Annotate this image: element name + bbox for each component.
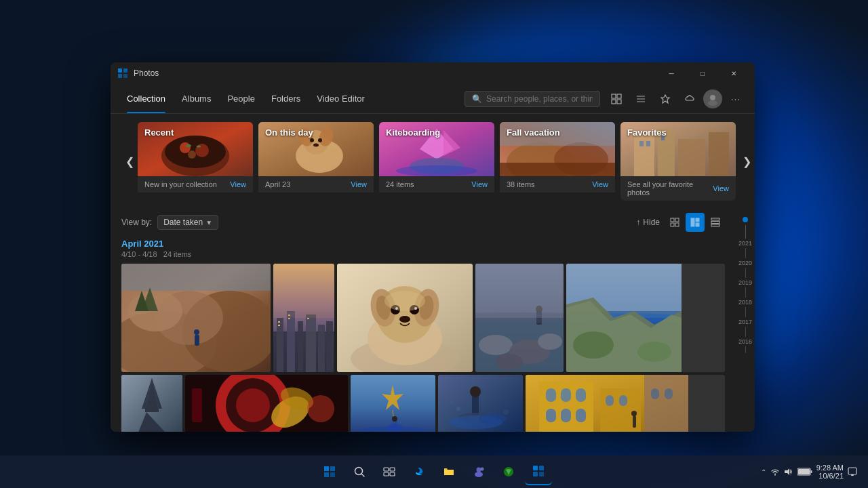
photo-grid-main: View by: Date taken ▼ ↑ Hide (111, 209, 736, 432)
svg-rect-54 (711, 218, 719, 220)
taskbar-teams-button[interactable] (465, 458, 492, 485)
svg-rect-177 (539, 466, 544, 470)
featured-card-fallvacation[interactable]: Fall vacation 38 items View (500, 122, 615, 201)
timeline-year-2021[interactable]: 2021 (738, 240, 752, 247)
import-button[interactable] (606, 88, 627, 110)
list-view-button[interactable] (630, 88, 652, 110)
svg-rect-72 (306, 314, 316, 372)
featured-card-favorites[interactable]: Favorites See all your favorite photos V… (620, 122, 736, 201)
taskbar-xbox-button[interactable] (495, 458, 522, 485)
photo-yellow-building[interactable] (526, 375, 725, 432)
taskbar-photos-button[interactable] (525, 458, 552, 485)
timeline-year-2020[interactable]: 2020 (738, 260, 752, 266)
hide-button[interactable]: ↑ Hide (636, 218, 660, 227)
svg-rect-0 (118, 68, 122, 73)
photo-city-panorama[interactable] (273, 264, 334, 372)
svg-rect-37 (500, 163, 615, 176)
photo-eiffel-tower[interactable] (121, 375, 182, 432)
svg-rect-168 (384, 468, 389, 471)
svg-rect-149 (546, 388, 556, 402)
svg-point-112 (573, 331, 614, 359)
svg-point-100 (496, 354, 523, 370)
recent-view-link[interactable]: View (230, 180, 246, 188)
svg-rect-7 (617, 100, 621, 104)
taskbar: ⌃ 9:28 AM 10/6/21 (0, 455, 868, 488)
maximize-button[interactable]: □ (687, 62, 718, 84)
svg-point-18 (188, 150, 196, 159)
svg-point-97 (479, 335, 513, 355)
taskbar-taskview-button[interactable] (376, 458, 403, 485)
close-button[interactable]: ✕ (718, 62, 749, 84)
view-large-grid-button[interactable] (706, 213, 725, 232)
featured-next-button[interactable]: ❯ (738, 122, 755, 201)
more-options-button[interactable]: ··· (725, 88, 747, 110)
minimize-button[interactable]: ─ (656, 62, 687, 84)
taskbar-chevron-icon[interactable]: ⌃ (761, 468, 766, 476)
svg-rect-51 (691, 218, 694, 226)
fallvacation-view-link[interactable]: View (592, 180, 608, 188)
kiteboarding-card-bottom: 24 items View (379, 176, 494, 192)
photo-coastal-cliffs[interactable] (566, 264, 725, 372)
svg-rect-152 (546, 409, 556, 422)
svg-rect-164 (324, 472, 329, 477)
pin-button[interactable] (654, 88, 676, 110)
notification-icon[interactable] (848, 467, 857, 476)
featured-card-recent[interactable]: Recent New in your collection View (138, 122, 253, 201)
hide-label: Hide (643, 218, 660, 227)
timeline-year-2018[interactable]: 2018 (738, 299, 752, 306)
search-box[interactable]: 🔍 (465, 91, 600, 107)
view-small-grid-button[interactable] (665, 213, 684, 232)
timeline-line-4 (745, 307, 746, 317)
taskbar-edge-button[interactable] (406, 458, 433, 485)
nav-collection[interactable]: Collection (119, 84, 174, 113)
nav-video-editor[interactable]: Video Editor (309, 84, 373, 113)
taskbar-explorer-button[interactable] (435, 458, 462, 485)
timeline-sidebar: 2021 2020 2019 2018 2017 2016 (736, 209, 755, 432)
nav-folders[interactable]: Folders (263, 84, 309, 113)
featured-card-onthisday[interactable]: On this day April 23 View (258, 122, 374, 201)
photo-rocky-landscape[interactable] (121, 264, 271, 372)
photo-underwater[interactable] (438, 375, 523, 432)
photo-kite-surfing[interactable] (351, 375, 435, 432)
onthisday-card-bottom: April 23 View (258, 176, 374, 192)
featured-card-kiteboarding[interactable]: Kiteboarding 24 items View (379, 122, 494, 201)
timeline-line-5 (745, 327, 746, 337)
fallvacation-subtitle: 38 items (507, 180, 535, 188)
nav-albums[interactable]: Albums (174, 84, 219, 113)
onthisday-view-link[interactable]: View (351, 180, 367, 188)
photo-abstract-red[interactable] (185, 375, 348, 432)
photo-cute-dog[interactable] (337, 264, 473, 372)
favorites-card-title: Favorites (627, 127, 667, 138)
svg-rect-185 (851, 474, 854, 476)
favorites-view-link[interactable]: View (713, 184, 729, 192)
svg-point-174 (481, 468, 484, 471)
photo-beach-rocks[interactable] (475, 264, 564, 372)
user-avatar[interactable] (703, 89, 722, 108)
chevron-down-icon: ▼ (205, 219, 212, 226)
svg-point-104 (475, 312, 564, 323)
nav-people[interactable]: People (219, 84, 262, 113)
svg-rect-162 (324, 466, 329, 471)
volume-icon (784, 467, 793, 476)
timeline-year-2017[interactable]: 2017 (738, 319, 752, 325)
featured-strip: ❮ (111, 114, 755, 209)
start-button[interactable] (316, 458, 343, 485)
view-by-select[interactable]: Date taken ▼ (157, 215, 218, 230)
svg-point-28 (313, 144, 319, 147)
svg-rect-71 (298, 321, 303, 372)
svg-point-125 (236, 388, 270, 422)
svg-rect-47 (671, 218, 674, 222)
featured-prev-button[interactable]: ❮ (121, 122, 138, 201)
taskbar-system-tray: ⌃ 9:28 AM 10/6/21 (761, 464, 857, 480)
window-title: Photos (134, 68, 656, 78)
svg-rect-157 (644, 375, 688, 432)
taskbar-time[interactable]: 9:28 AM 10/6/21 (816, 464, 844, 480)
timeline-year-2016[interactable]: 2016 (738, 338, 752, 345)
search-input[interactable] (486, 94, 593, 104)
cloud-button[interactable] (679, 88, 701, 110)
kiteboarding-view-link[interactable]: View (471, 180, 488, 188)
timeline-year-2019[interactable]: 2019 (738, 279, 752, 286)
svg-rect-42 (678, 139, 705, 176)
taskbar-search-button[interactable] (346, 458, 373, 485)
view-medium-grid-button[interactable] (686, 213, 705, 232)
